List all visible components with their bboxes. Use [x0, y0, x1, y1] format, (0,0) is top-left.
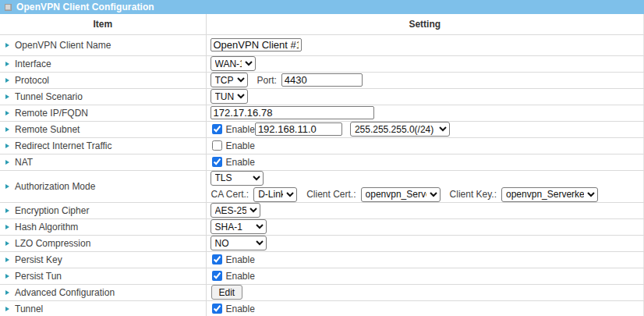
row-client-name: OpenVPN Client Name — [0, 34, 644, 55]
item-arrow-icon — [5, 127, 9, 132]
row-encryption-cipher: Encryption Cipher AES-256 — [0, 202, 644, 218]
interface-select[interactable]: WAN-1 — [211, 56, 256, 71]
item-arrow-icon — [5, 111, 9, 115]
encryption-cipher-select[interactable]: AES-256 — [211, 203, 260, 218]
openvpn-client-config-window: OpenVPN Client Configuration Item Settin… — [0, 0, 644, 316]
item-label-tunnel: Tunnel — [15, 304, 43, 314]
redirect-traffic-enable-label: Enable — [226, 140, 255, 151]
authorization-mode-select[interactable]: TLS — [211, 171, 264, 186]
item-label-interface: Interface — [15, 59, 51, 69]
client-cert-select[interactable]: openvpn_Server — [361, 187, 441, 202]
tunnel-enable-label: Enable — [226, 304, 255, 314]
item-label-lzo-compression: LZO Compression — [15, 238, 90, 249]
row-tunnel: Tunnel Enable — [0, 300, 644, 316]
lzo-compression-select[interactable]: NO — [211, 236, 267, 250]
item-label-remote-subnet: Remote Subnet — [15, 124, 80, 135]
item-label-hash-algorithm: Hash Algorithm — [15, 222, 78, 233]
ca-cert-label: CA Cert.: — [211, 189, 249, 200]
row-interface: Interface WAN-1 — [0, 55, 644, 72]
item-label-redirect-traffic: Redirect Internet Traffic — [15, 140, 112, 151]
row-nat: NAT Enable — [0, 154, 644, 170]
ca-cert-select[interactable]: D-Link — [253, 187, 297, 202]
persist-tun-enable-label: Enable — [226, 271, 255, 282]
item-label-client-name: OpenVPN Client Name — [15, 40, 111, 51]
nat-enable-label: Enable — [226, 157, 255, 168]
remote-subnet-enable-checkbox[interactable] — [212, 124, 222, 134]
row-advanced-configuration: Advanced Configuration Edit — [0, 284, 644, 300]
client-cert-label: Client Cert.: — [306, 189, 356, 200]
remote-subnet-ip-input[interactable] — [255, 122, 342, 136]
item-label-authorization-mode: Authorization Mode — [15, 181, 95, 192]
table-header-row: Item Setting — [0, 14, 644, 34]
tunnel-scenario-select[interactable]: TUN — [211, 89, 248, 104]
remote-subnet-mask-select[interactable]: 255.255.255.0(/24) — [350, 122, 450, 137]
item-arrow-icon — [5, 78, 9, 83]
client-key-select[interactable]: openvpn_Serverkey — [501, 187, 598, 202]
item-arrow-icon — [5, 241, 9, 246]
item-label-advanced-configuration: Advanced Configuration — [15, 287, 115, 298]
row-lzo-compression: LZO Compression NO — [0, 235, 644, 251]
item-label-tunnel-scenario: Tunnel Scenario — [15, 91, 83, 102]
protocol-select[interactable]: TCP — [211, 73, 248, 87]
config-table: Item Setting OpenVPN Client Name Interfa… — [0, 14, 644, 316]
remote-ip-input[interactable] — [211, 106, 374, 119]
client-name-input[interactable] — [211, 38, 302, 51]
item-arrow-icon — [5, 62, 9, 66]
remote-subnet-enable-label: Enable — [226, 124, 255, 135]
column-header-item: Item — [0, 14, 206, 34]
port-input[interactable] — [281, 73, 363, 87]
row-redirect-traffic: Redirect Internet Traffic Enable — [0, 137, 644, 154]
item-arrow-icon — [5, 94, 9, 99]
row-tunnel-scenario: Tunnel Scenario TUN — [0, 88, 644, 105]
nat-enable-checkbox[interactable] — [212, 157, 222, 167]
redirect-traffic-enable-checkbox[interactable] — [212, 140, 222, 151]
hash-algorithm-select[interactable]: SHA-1 — [211, 219, 267, 234]
item-label-persist-tun: Persist Tun — [15, 271, 62, 282]
tunnel-enable-checkbox[interactable] — [212, 304, 222, 314]
persist-tun-enable-checkbox[interactable] — [212, 271, 222, 281]
item-arrow-icon — [5, 307, 9, 311]
item-arrow-icon — [5, 144, 9, 148]
title-bar: OpenVPN Client Configuration — [0, 0, 644, 14]
item-label-nat: NAT — [15, 157, 33, 168]
item-label-protocol: Protocol — [15, 75, 49, 86]
item-label-persist-key: Persist Key — [15, 254, 62, 265]
row-hash-algorithm: Hash Algorithm SHA-1 — [0, 218, 644, 235]
item-arrow-icon — [5, 225, 9, 229]
item-label-encryption-cipher: Encryption Cipher — [15, 205, 89, 216]
window-square-icon — [5, 4, 12, 11]
persist-key-enable-checkbox[interactable] — [212, 254, 222, 265]
row-persist-tun: Persist Tun Enable — [0, 268, 644, 284]
row-remote-ip: Remote IP/FQDN — [0, 105, 644, 121]
row-protocol: Protocol TCP Port: — [0, 72, 644, 88]
item-arrow-icon — [5, 290, 9, 295]
row-authorization-mode: Authorization Mode TLS CA Cert.: D-Link … — [0, 170, 644, 202]
port-label: Port: — [257, 75, 277, 86]
item-label-remote-ip: Remote IP/FQDN — [15, 108, 88, 119]
client-key-label: Client Key.: — [450, 189, 497, 200]
page-title: OpenVPN Client Configuration — [16, 2, 154, 12]
column-header-setting: Setting — [206, 14, 644, 34]
row-persist-key: Persist Key Enable — [0, 251, 644, 268]
item-arrow-icon — [5, 208, 9, 213]
item-arrow-icon — [5, 160, 9, 165]
item-arrow-icon — [5, 274, 9, 279]
advanced-configuration-edit-button[interactable]: Edit — [211, 285, 243, 300]
item-arrow-icon — [5, 184, 9, 189]
persist-key-enable-label: Enable — [226, 254, 255, 265]
item-arrow-icon — [5, 257, 9, 262]
row-remote-subnet: Remote Subnet Enable 255.255.255.0(/24) — [0, 121, 644, 137]
item-arrow-icon — [5, 43, 9, 48]
